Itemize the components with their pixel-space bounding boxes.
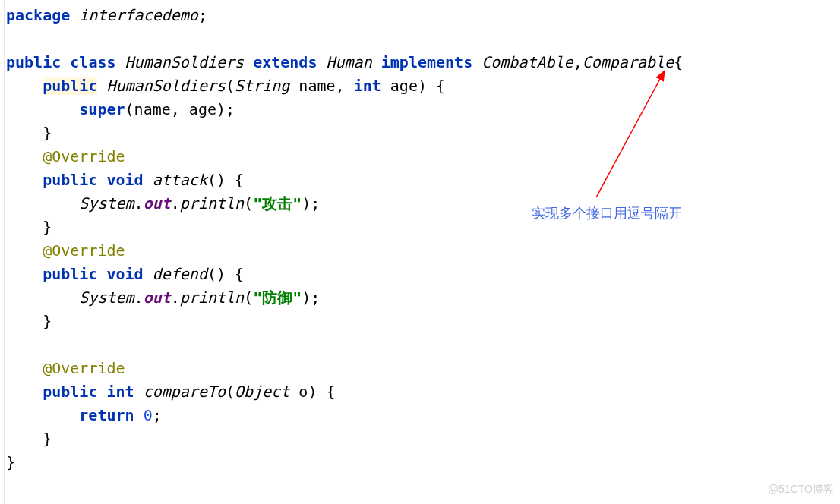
keyword-implements: implements: [381, 53, 472, 71]
brace-open: {: [235, 265, 244, 283]
dot: .: [171, 194, 180, 213]
paren-open: (: [226, 383, 235, 401]
out-field: out: [144, 194, 171, 213]
brace-close: }: [43, 218, 52, 236]
dot: .: [171, 288, 180, 307]
paren-open: (: [207, 171, 216, 189]
paren-open: (: [207, 265, 216, 283]
paren-close: ): [216, 171, 226, 189]
annotation-override: @Override: [43, 241, 125, 260]
brace-open: {: [235, 171, 244, 189]
keyword-super: super: [79, 100, 125, 118]
keyword-return: return: [79, 406, 134, 424]
semicolon: ;: [311, 288, 320, 307]
keyword-void: void: [106, 171, 143, 189]
param-age: age: [390, 77, 418, 95]
package-name: interfacedemo: [79, 6, 198, 24]
constructor-name: HumanSoldiers: [106, 77, 226, 95]
paren-close: ): [302, 288, 311, 307]
brace-open: {: [327, 383, 336, 401]
number-zero: 0: [144, 406, 153, 424]
semicolon: ;: [226, 100, 235, 118]
system-class: System: [79, 194, 134, 213]
paren-close: ): [302, 194, 311, 213]
keyword-public: public: [43, 383, 97, 401]
annotation-override: @Override: [43, 359, 125, 377]
method-attack: attack: [153, 171, 207, 189]
object-type: Object: [235, 383, 289, 401]
semicolon: ;: [153, 406, 162, 424]
keyword-int: int: [354, 77, 381, 95]
paren-close: ): [418, 77, 427, 95]
paren-close: ): [216, 265, 226, 283]
semicolon: ;: [198, 6, 207, 24]
brace-open: {: [674, 53, 683, 71]
paren-open: (: [125, 100, 134, 118]
keyword-package: package: [6, 6, 70, 24]
brace-close: }: [43, 124, 52, 142]
semicolon: ;: [311, 194, 320, 213]
brace-close: }: [43, 430, 52, 448]
system-class: System: [79, 288, 134, 307]
println-method: println: [180, 288, 244, 307]
param-name: name: [298, 77, 335, 95]
comma: ,: [336, 77, 345, 95]
brace-close: }: [43, 312, 52, 330]
method-defend: defend: [153, 265, 207, 283]
brace-close: }: [6, 453, 15, 471]
paren-open: (: [226, 77, 235, 95]
keyword-extends: extends: [253, 53, 317, 71]
dot: .: [134, 194, 144, 213]
string-type: String: [235, 77, 289, 95]
interface2: Comparable: [583, 53, 674, 71]
arg-name: name: [134, 100, 171, 118]
param-o: o: [298, 383, 308, 401]
watermark: @51CTO博客: [768, 481, 834, 498]
interface1: CombatAble: [482, 53, 573, 71]
string-attack: "攻击": [253, 194, 302, 213]
annotation-override: @Override: [43, 147, 125, 165]
comma: ,: [573, 53, 583, 71]
keyword-public: public: [43, 77, 97, 95]
keyword-public: public: [6, 53, 61, 71]
editor-gutter: [0, 0, 5, 504]
code-editor[interactable]: package interfacedemo; public class Huma…: [6, 4, 834, 474]
comma: ,: [171, 100, 180, 118]
class-name: HumanSoldiers: [125, 53, 245, 71]
method-compareTo: compareTo: [144, 383, 226, 401]
paren-close: ): [216, 100, 226, 118]
super-class: Human: [327, 53, 372, 71]
dot: .: [134, 288, 144, 307]
paren-close: ): [308, 383, 317, 401]
out-field: out: [144, 288, 171, 307]
keyword-void: void: [106, 265, 143, 283]
keyword-public: public: [43, 171, 97, 189]
keyword-public: public: [43, 265, 97, 283]
annotation-text: 实现多个接口用逗号隔开: [532, 203, 682, 225]
arg-age: age: [189, 100, 216, 118]
brace-open: {: [436, 77, 445, 95]
keyword-int: int: [106, 383, 134, 401]
paren-open: (: [244, 288, 253, 307]
paren-open: (: [244, 194, 253, 213]
keyword-class: class: [70, 53, 115, 71]
println-method: println: [180, 194, 244, 213]
string-defend: "防御": [253, 288, 302, 307]
